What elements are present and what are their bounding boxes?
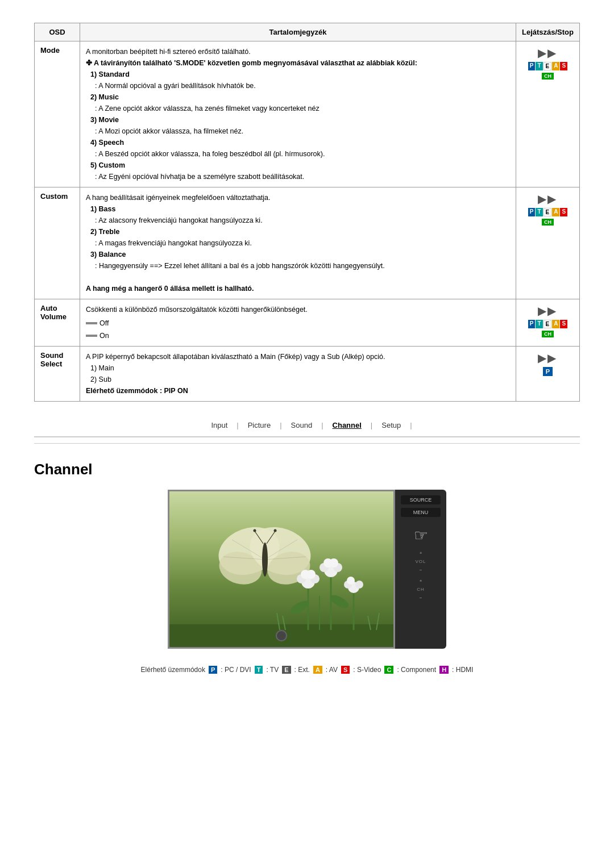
tv-screen [168,490,395,649]
row-label-custom: Custom [35,187,80,299]
table-row: Custom A hang beállításait igényeinek me… [35,187,580,299]
badge-row-pteas: P T E A S [528,62,567,70]
col-header-content: Tartalomjegyzék [80,23,516,41]
legend-text-e: : Ext. [294,666,310,674]
svg-line-33 [277,613,280,630]
remote-menu-button[interactable]: MENU [401,508,441,517]
svg-line-34 [283,616,285,630]
play-icon-auto-volume: ▶▶ [538,304,557,318]
row-content-sound-select: A PIP képernyő bekapcsolt állapotában ki… [80,347,516,402]
badge-s2: S [560,208,567,216]
nav-item-setup[interactable]: Setup [372,419,410,432]
legend-text-a: : AV [326,666,338,674]
section-divider [34,443,580,444]
auto-volume-on: On [86,330,510,341]
channel-content: SOURCE MENU ☞ + VOL − + CH − [34,490,580,649]
badge-p-only: P [543,367,553,376]
row-content-auto-volume: Csökkenti a különböző műsorszolgáltatók … [80,299,516,347]
legend-badge-e: E [282,666,291,674]
legend-badge-s: S [341,666,350,674]
icon-group-mode: ▶▶ P T E A S CH [522,46,574,80]
svg-line-36 [376,613,379,630]
row-label-mode: Mode [35,41,80,187]
ch-plus-label: + [420,578,422,583]
legend-badge-h: H [439,666,449,674]
table-row: SoundSelect A PIP képernyő bekapcsolt ál… [35,347,580,402]
nav-item-sound[interactable]: Sound [282,419,322,432]
badge-a2: A [552,208,559,216]
badge-row-ch2: CH [542,219,554,226]
mode-note: ✤ A távirányítón található 'S.MODE' közv… [86,59,417,67]
legend-badge-c: C [384,666,393,674]
custom-item-3-desc: : Hangegyensúly ==> Ezzel lehet állítani… [86,260,510,272]
channel-section: Channel [34,461,580,674]
icon-group-sound-select: ▶▶ P [522,351,574,376]
nav-bar: Input | Picture | Sound | Channel | Setu… [34,419,580,437]
col-header-playback: Lejátszás/Stop [516,23,579,41]
icon-group-auto-volume: ▶▶ P T E A S CH [522,304,574,337]
custom-item-1-desc: : Az alacsony frekvenciájú hangokat hang… [86,215,510,226]
play-icon-sound-select: ▶▶ [538,351,557,365]
legend-text-p: : PC / DVI [221,666,251,674]
legend-badge-a: A [313,666,322,674]
row-label-auto-volume: AutoVolume [35,299,80,347]
row-content-mode: A monitorban beépített hi-fi sztereó erő… [80,41,516,187]
badge-t3: T [536,320,542,328]
svg-point-31 [355,581,363,589]
svg-point-8 [262,542,268,577]
flowers-svg [274,550,388,630]
table-row: AutoVolume Csökkenti a különböző műsorsz… [35,299,580,347]
vol-label: + [420,550,422,556]
vol-text-label: VOL [415,559,426,564]
mode-item-3-title: 3) Movie [86,114,510,126]
legend-intro: Elérhető üzemmódok [141,666,205,674]
badge-ch2: CH [542,219,554,226]
legend-badge-t: T [255,666,263,674]
badge-ch3: CH [542,331,554,337]
custom-intro: A hang beállításait igényeinek megfelelő… [86,194,271,202]
icon-group-custom: ▶▶ P T E A S CH [522,192,574,226]
badge-e3: E [544,320,552,328]
badge-p: P [528,62,536,70]
sound-select-note: Elérhető üzemmódok : PIP ON [86,387,188,395]
tv-circle-button [276,630,287,641]
badge-a3: A [552,320,559,328]
badge-ch: CH [542,73,554,80]
remote-side-panel: SOURCE MENU ☞ + VOL − + CH − [395,490,446,649]
vol-minus-label: − [420,567,422,573]
legend-text-c: : Component [397,666,436,674]
mode-item-2-title: 2) Music [86,91,510,103]
nav-item-picture[interactable]: Picture [239,419,280,432]
remote-source-button[interactable]: SOURCE [401,495,441,504]
col-header-osd: OSD [35,23,80,41]
badge-a: A [552,62,559,70]
legend-text-s: : S-Video [353,666,381,674]
mode-item-1-desc: : A Normál opcióval a gyári beállítások … [86,80,510,91]
badge-row-ch: CH [542,73,554,80]
legend-badge-p: P [209,666,217,674]
custom-item-2-desc: : A magas frekvenciájú hangokat hangsúly… [86,237,510,249]
mode-item-4-desc: : A Beszéd opciót akkor válassza, ha fol… [86,148,510,160]
badge-p3: P [528,320,536,328]
badge-row-pteas3: P T E A S [528,320,567,328]
legend-bar: Elérhető üzemmódok P : PC / DVI T : TV E… [34,666,580,674]
badge-s: S [560,62,567,70]
custom-item-2-title: 2) Treble [86,226,510,237]
ch-minus-label: − [420,595,422,600]
icon-cell-auto-volume: ▶▶ P T E A S CH [516,299,579,347]
tv-mockup: SOURCE MENU ☞ + VOL − + CH − [168,490,446,649]
channel-title: Channel [34,461,580,478]
custom-note: A hang még a hangerő 0 állása mellett is… [86,285,254,293]
badge-e: E [544,62,552,70]
badge-p2: P [528,208,536,216]
row-content-custom: A hang beállításait igényeinek megfelelő… [80,187,516,299]
icon-cell-custom: ▶▶ P T E A S CH [516,187,579,299]
nav-item-input[interactable]: Input [202,419,237,432]
nav-item-channel[interactable]: Channel [323,419,371,432]
custom-item-3-title: 3) Balance [86,249,510,260]
hand-pointer-icon: ☞ [414,526,428,545]
svg-line-35 [368,616,371,630]
badge-row-p-only: P [543,367,553,376]
mode-item-5-desc: : Az Egyéni opcióval hívhatja be a szemé… [86,171,510,182]
custom-item-1-title: 1) Bass [86,203,510,215]
